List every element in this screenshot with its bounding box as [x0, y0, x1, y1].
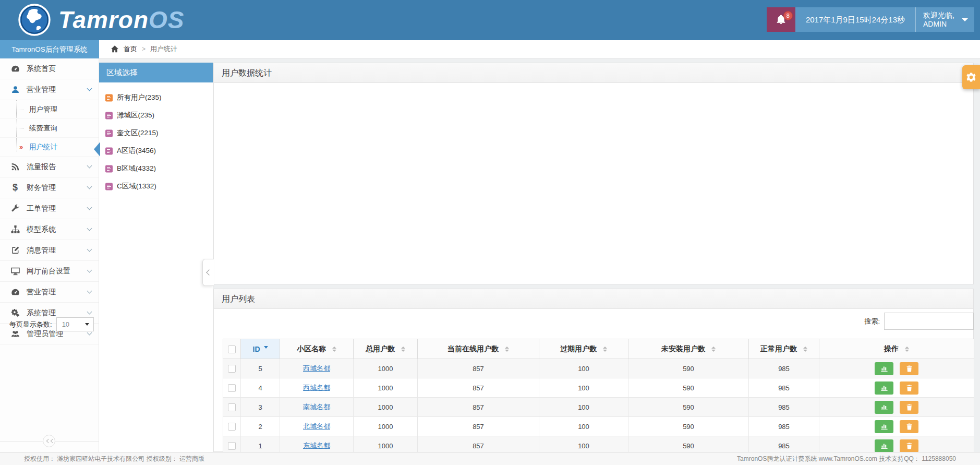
sidebar-item-model-system[interactable]: 模型系统: [0, 219, 99, 240]
community-link[interactable]: 西城名都: [303, 384, 330, 391]
cell-normal: 985: [749, 359, 819, 378]
system-title: TamronOS后台管理系统: [0, 40, 99, 58]
column-header-normal[interactable]: 正常用户数: [749, 339, 819, 359]
sort-icon: [505, 347, 509, 352]
list-icon: [105, 112, 113, 120]
region-item-kuiwen[interactable]: 奎文区(2215): [99, 124, 213, 142]
region-item-c[interactable]: C区域(1332): [99, 177, 213, 195]
delete-button[interactable]: [900, 439, 918, 452]
community-link[interactable]: 西城名都: [303, 364, 330, 372]
notifications-button[interactable]: 8: [767, 7, 795, 32]
username: ADMIN: [923, 20, 957, 29]
chevron-left-icon: [206, 269, 212, 275]
cell-normal: 985: [749, 378, 819, 398]
datetime-display: 2017年1月9日15时24分13秒: [795, 7, 915, 32]
search-input[interactable]: [884, 313, 974, 330]
gears-icon: [10, 308, 20, 318]
chevron-down-icon: [87, 226, 92, 231]
cell-normal: 985: [749, 398, 819, 417]
select-all-checkbox[interactable]: [228, 345, 236, 353]
collapse-sidebar-button[interactable]: [43, 435, 55, 447]
delete-button[interactable]: [900, 420, 918, 433]
settings-gear-button[interactable]: [962, 65, 980, 89]
cell-expired: 100: [539, 378, 628, 398]
delete-button[interactable]: [900, 362, 918, 375]
chart-button[interactable]: [875, 401, 893, 414]
per-page-select[interactable]: 10: [56, 317, 94, 331]
row-checkbox[interactable]: [228, 365, 236, 373]
sidebar-item-portal-settings[interactable]: 网厅前台设置: [0, 261, 99, 282]
chart-button[interactable]: [875, 362, 893, 375]
row-checkbox[interactable]: [228, 442, 236, 450]
column-header-total[interactable]: 总用户数: [354, 339, 418, 359]
cell-online: 857: [418, 359, 539, 378]
column-header-name[interactable]: 小区名称: [280, 339, 354, 359]
sidebar-item-finance[interactable]: $ 财务管理: [0, 177, 99, 198]
sidebar-item-business-2[interactable]: 营业管理: [0, 282, 99, 303]
sidebar-item-messages[interactable]: 消息管理: [0, 240, 99, 261]
search-control: 搜索:: [864, 313, 974, 330]
sidebar-item-work-orders[interactable]: 工单管理: [0, 198, 99, 219]
breadcrumb-home[interactable]: 首页: [124, 44, 137, 54]
chevron-down-icon: [87, 86, 92, 91]
list-panel-title: 用户列表: [214, 289, 973, 309]
rss-icon: [10, 162, 20, 172]
region-item-weicheng[interactable]: 潍城区(235): [99, 106, 213, 124]
welcome-text: 欢迎光临,: [923, 11, 957, 20]
sidebar-item-business[interactable]: 营业管理: [0, 79, 99, 100]
community-link[interactable]: 东城名都: [303, 442, 330, 449]
user-icon: [10, 85, 20, 94]
active-item-marker: »: [19, 143, 23, 151]
user-menu[interactable]: 欢迎光临, ADMIN: [915, 7, 974, 32]
row-checkbox[interactable]: [228, 384, 236, 392]
column-header-uninstalled[interactable]: 未安装用户数: [628, 339, 749, 359]
chevron-down-icon: [87, 163, 92, 169]
delete-button[interactable]: [900, 381, 918, 395]
community-link[interactable]: 北城名都: [303, 422, 330, 430]
column-header-expired[interactable]: 过期用户数: [539, 339, 628, 359]
footer-support: TamronOS腾龙认证计费系统 www.TamronOS.com 技术支持QQ…: [737, 452, 956, 465]
cell-uninstalled: 590: [628, 417, 749, 436]
breadcrumb-separator: >: [142, 45, 146, 53]
cell-expired: 100: [539, 417, 628, 436]
table-row: 2 北城名都 1000 857 100 590 985: [223, 417, 974, 436]
chart-button[interactable]: [875, 381, 893, 395]
column-header-actions[interactable]: 操作: [819, 339, 974, 359]
region-item-all-users[interactable]: 所有用户(235): [99, 89, 213, 106]
sidebar-item-traffic-report[interactable]: 流量报告: [0, 157, 99, 177]
app-logo: TamronOS: [18, 3, 184, 37]
region-item-b[interactable]: B区域(4332): [99, 160, 213, 177]
per-page-label: 每页显示条数:: [9, 320, 52, 329]
region-selector-panel: 区域选择 所有用户(235) 潍城区(235) 奎文区(2215) A区语(34…: [99, 63, 213, 452]
column-header-online[interactable]: 当前在线用户数: [418, 339, 539, 359]
cell-expired: 100: [539, 359, 628, 378]
chart-button[interactable]: [875, 439, 893, 452]
sidebar-item-user-stats[interactable]: »用户统计: [0, 138, 99, 157]
cell-id: 5: [241, 359, 280, 378]
list-icon: [105, 183, 113, 190]
row-checkbox[interactable]: [228, 423, 236, 431]
sidebar-item-renewal-query[interactable]: 续费查询: [0, 119, 99, 138]
chevron-down-icon: [87, 309, 92, 315]
user-table: ID 小区名称 总用户数 当前在线用户数 过期用户数 未安装用户数 正常用户数 …: [223, 339, 974, 456]
column-header-id[interactable]: ID: [241, 339, 280, 359]
chart-button[interactable]: [875, 420, 893, 433]
sitemap-icon: [10, 225, 20, 234]
footer-license: 授权使用： 潍坊家园驿站电子技术有限公司 授权级别： 运营商版: [24, 452, 204, 465]
collapse-region-panel-button[interactable]: [202, 259, 214, 286]
sidebar-item-home[interactable]: 系统首页: [0, 58, 99, 79]
row-checkbox[interactable]: [228, 403, 236, 411]
sidebar-item-user-management[interactable]: 用户管理: [0, 100, 99, 119]
delete-button[interactable]: [900, 401, 918, 414]
cell-online: 857: [418, 378, 539, 398]
chevron-down-icon: [87, 205, 92, 210]
region-item-a[interactable]: A区语(3456): [99, 142, 213, 160]
breadcrumb-current: 用户统计: [150, 44, 177, 54]
cell-total: 1000: [354, 417, 418, 436]
notification-badge: 8: [783, 11, 793, 20]
community-link[interactable]: 南城名都: [303, 403, 330, 411]
app-root: TamronOS 8 2017年1月9日15时24分13秒 欢迎光临, ADMI…: [0, 0, 980, 465]
list-icon: [105, 165, 113, 173]
cell-normal: 985: [749, 417, 819, 436]
table-row: 5 西城名都 1000 857 100 590 985: [223, 359, 974, 378]
